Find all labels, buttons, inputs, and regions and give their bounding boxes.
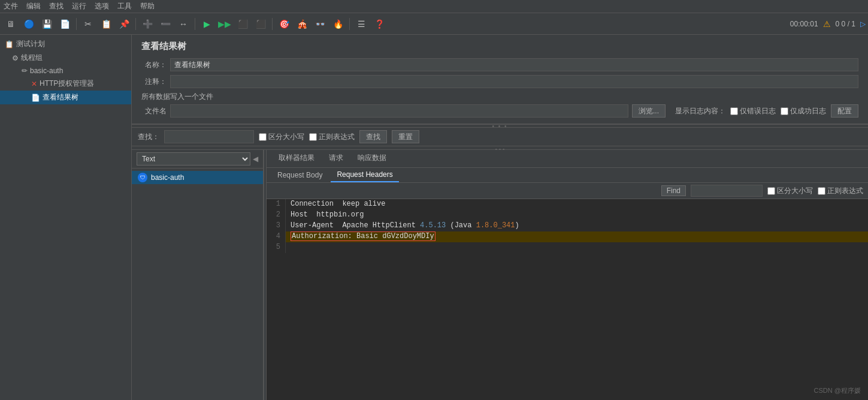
watermark: CSDN @程序媛 [814,386,861,395]
code-line-4: 4 Authorization: Basic dGVzdDoyMDIy [267,231,868,242]
error-log-checkbox[interactable] [730,107,738,115]
results-area: • • • Text ◀ 🛡 basic-auth [132,146,868,400]
toolbar-run[interactable]: ▶ [198,16,215,32]
counter-display: 0 0 / 1 [836,20,855,28]
browse-button[interactable]: 浏览... [632,104,666,118]
tree-header-arrow[interactable]: ◀ [253,155,258,163]
toolbar-paste[interactable]: 📌 [116,16,132,32]
sidebar-label-http-auth: HTTP授权管理器 [40,79,94,89]
text-dropdown[interactable]: Text [137,152,250,166]
code-line-1: 1 Connection keep alive [267,199,868,210]
toolbar-stop2[interactable]: ⬛ [252,16,269,32]
sidebar-item-testplan[interactable]: 📋 测试计划 [0,37,131,51]
detail-find-input[interactable] [691,185,763,197]
search-input[interactable] [164,130,254,143]
page-title: 查看结果树 [141,41,858,52]
file-input[interactable] [170,104,628,118]
menu-bar: 文件 编辑 查找 运行 选项 工具 帮助 [0,0,868,13]
name-input[interactable] [170,58,858,71]
regex-label[interactable]: 正则表达式 [309,132,355,142]
menu-item-file[interactable]: 文件 [4,1,18,11]
file-row: 文件名 浏览... 显示日志内容： 仅错误日志 仅成功日志 配置 [141,104,858,118]
basic-auth-icon: ✏ [22,67,28,75]
case-sensitive-checkbox[interactable] [259,133,267,141]
log-label: 显示日志内容： [675,106,725,116]
toolbar-add[interactable]: ➕ [139,16,156,32]
sidebar-item-threadgroup[interactable]: ⚙ 线程组 [0,51,131,65]
code-line-5: 5 [267,242,868,253]
toolbar-run2[interactable]: ▶▶ [216,16,233,32]
toolbar-remote[interactable]: 🎯 [276,16,292,32]
toolbar-expand[interactable]: ↔ [175,16,192,32]
detail-regex-checkbox[interactable] [818,187,825,195]
sidebar-item-http-auth[interactable]: ✕ HTTP授权管理器 [0,77,131,91]
menu-item-edit[interactable]: 编辑 [26,1,41,11]
sep5 [349,18,350,30]
detail-regex-label[interactable]: 正则表达式 [818,186,863,196]
regex-checkbox[interactable] [309,133,317,141]
toolbar-remote2[interactable]: 🎪 [294,16,310,32]
line-num-5: 5 [267,242,286,253]
sub-tab-request-body[interactable]: Request Body [271,169,328,182]
tab-sampler-result[interactable]: 取样器结果 [271,150,322,167]
tab-request[interactable]: 请求 [322,150,350,167]
testplan-icon: 📋 [5,40,14,49]
toolbar-help[interactable]: ❓ [371,16,388,32]
file-label: 文件名 [141,106,167,116]
detail-find-bar: Find 区分大小写 正则表达式 [267,183,868,199]
result-tree-icon: 📄 [31,94,40,102]
toolbar-glasses[interactable]: 👓 [311,16,328,32]
code-view: 1 Connection keep alive 2 Host httpbin.o… [267,199,868,400]
regex-text: 正则表达式 [319,132,355,142]
menu-item-run[interactable]: 运行 [72,1,86,11]
tab-response-data[interactable]: 响应数据 [350,150,394,167]
toolbar-list[interactable]: ☰ [353,16,370,32]
expand-icon: ▷ [860,20,866,28]
toolbar: 🖥 🔵 💾 📄 ✂ 📋 📌 ➕ ➖ ↔ ▶ ▶▶ ⬛ ⬛ 🎯 🎪 👓 🔥 ☰ ❓… [0,13,868,35]
reset-button[interactable]: 重置 [392,130,419,143]
name-row: 名称： [141,58,858,71]
toolbar-save[interactable]: 💾 [38,16,55,32]
detail-case-checkbox[interactable] [767,187,775,195]
toolbar-open[interactable]: 🔵 [20,16,37,32]
comment-input[interactable] [170,75,858,88]
find-button[interactable]: 查找 [359,130,387,143]
success-log-checkbox[interactable] [781,107,788,115]
line-num-1: 1 [267,199,286,210]
tree-items: 🛡 basic-auth [132,169,263,400]
success-log-label: 仅成功日志 [790,106,826,116]
toolbar-copy[interactable]: 📋 [98,16,114,32]
sep3 [195,18,195,30]
line-num-4: 4 [267,231,286,242]
sidebar-item-result-tree[interactable]: 📄 查看结果树 [0,91,131,104]
toolbar-cut[interactable]: ✂ [80,16,96,32]
search-bar: 查找： 区分大小写 正则表达式 查找 重置 [132,128,868,146]
error-log-checkbox-label[interactable]: 仅错误日志 [730,106,776,116]
detail-find-button[interactable]: Find [661,185,686,196]
config-button[interactable]: 配置 [831,104,858,118]
detail-case-label[interactable]: 区分大小写 [767,186,813,196]
success-log-checkbox-label[interactable]: 仅成功日志 [781,106,826,116]
sep1 [76,18,77,30]
toolbar-new[interactable]: 🖥 [2,16,19,32]
line-num-2: 2 [267,210,286,221]
menu-item-help[interactable]: 帮助 [140,1,155,11]
toolbar-remove[interactable]: ➖ [157,16,174,32]
detail-case-text: 区分大小写 [777,186,813,196]
toolbar-save2[interactable]: 📄 [56,16,73,32]
toolbar-fire[interactable]: 🔥 [329,16,346,32]
line-num-3: 3 [267,221,286,231]
sidebar-item-basic-auth[interactable]: ✏ basic-auth [0,65,131,77]
case-sensitive-label[interactable]: 区分大小写 [259,132,304,142]
line-content-1: Connection keep alive [286,199,868,210]
menu-item-tools[interactable]: 工具 [117,1,132,11]
content-area: 查看结果树 名称： 注释： 所有数据写入一个文件 文件名 浏览... 显示日志内… [132,35,868,400]
sub-tab-request-headers[interactable]: Request Headers [331,168,398,182]
form-area: 查看结果树 名称： 注释： 所有数据写入一个文件 文件名 浏览... 显示日志内… [132,35,868,124]
menu-item-options[interactable]: 选项 [95,1,109,11]
toolbar-time-area: 00:00:01 ⚠ 0 0 / 1 ▷ [790,19,866,29]
toolbar-stop[interactable]: ⬛ [234,16,251,32]
sidebar: 📋 测试计划 ⚙ 线程组 ✏ basic-auth ✕ HTTP授权管理器 📄 … [0,35,132,400]
menu-item-find[interactable]: 查找 [49,1,63,11]
tree-item-basic-auth[interactable]: 🛡 basic-auth [132,171,263,184]
